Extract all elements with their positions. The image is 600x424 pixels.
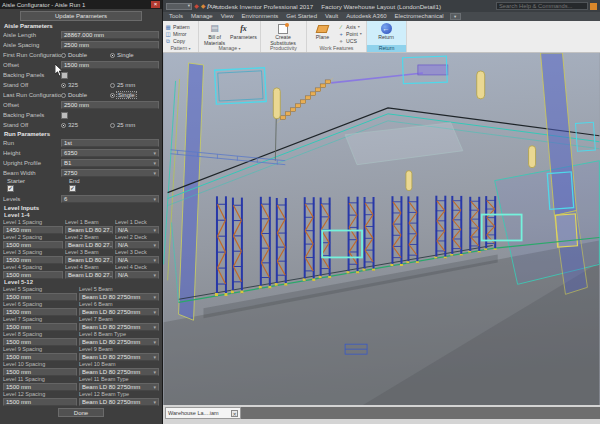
- create-substitutes-button[interactable]: Create Substitutes: [263, 22, 303, 46]
- offset1-field[interactable]: 1500 mm: [61, 61, 159, 69]
- tab-tools[interactable]: Tools: [165, 12, 187, 21]
- level8-spacing-field[interactable]: 1500 mm: [3, 338, 77, 346]
- tab-autodesk-a360[interactable]: Autodesk A360: [342, 12, 390, 21]
- level4-beam-dropdown[interactable]: Beam LD 80 27...: [65, 271, 113, 279]
- level2-beam-dropdown[interactable]: Beam LD 80 27...: [65, 241, 113, 249]
- level1-spacing-field[interactable]: 1450 mm: [3, 226, 63, 234]
- tab-electromechanical[interactable]: Electromechanical: [391, 12, 448, 21]
- aisle-length-field[interactable]: 28867.000 mm: [61, 31, 159, 39]
- copy-button[interactable]: ⧉Copy: [165, 38, 190, 44]
- search-input[interactable]: [496, 2, 588, 10]
- document-tab[interactable]: Warehouse La....iam ✕: [165, 407, 241, 419]
- return-button[interactable]: ← Return: [369, 22, 403, 41]
- mirror-button[interactable]: ◫Mirror: [165, 31, 190, 37]
- plane-button[interactable]: Plane: [309, 22, 336, 41]
- backing-panels1-checkbox[interactable]: [61, 72, 68, 79]
- point-button[interactable]: +Point ▾: [338, 31, 362, 37]
- level1-deck-dropdown[interactable]: N/A: [115, 226, 159, 234]
- double-label: Double: [68, 52, 87, 58]
- level9-beam-dropdown[interactable]: Beam LD 80 2750mm: [79, 353, 159, 361]
- level3-beam-dropdown[interactable]: Beam LD 80 27...: [65, 256, 113, 264]
- work-features-group-label[interactable]: Work Features: [307, 45, 366, 52]
- parameters-button[interactable]: fx Parameters: [230, 22, 257, 41]
- standoff1-325-radio[interactable]: 325: [61, 82, 110, 88]
- level2-deck-dropdown[interactable]: N/A: [115, 241, 159, 249]
- aisle-spacing-field[interactable]: 2500 mm: [61, 41, 159, 49]
- dialog-titlebar[interactable]: Aisle Configurator - Aisle Run 1 ×: [0, 0, 162, 9]
- level12-beam-dropdown[interactable]: Beam LD 80 2750mm: [79, 398, 159, 406]
- standoff2-325-radio[interactable]: 325: [61, 122, 110, 128]
- pattern-group-label[interactable]: Pattern ▾: [163, 45, 198, 52]
- height-dropdown[interactable]: 6350: [61, 149, 159, 157]
- tab-get-started[interactable]: Get Started: [282, 12, 321, 21]
- last-run-config-row: Last Run Configuration Double Single: [0, 90, 162, 100]
- standoff2-25-radio[interactable]: 25 mm: [110, 122, 159, 128]
- productivity-group-label[interactable]: Productivity: [261, 45, 306, 52]
- ucs-button[interactable]: ⌖UCS: [338, 38, 362, 44]
- level8-spacing-label: Level 8 Spacing: [3, 331, 79, 338]
- pattern-icon: ▦: [165, 24, 171, 30]
- axis-button[interactable]: ∕Axis ▾: [338, 24, 362, 30]
- plus-icon[interactable]: +: [214, 2, 218, 10]
- appearance-icon[interactable]: ◆: [194, 2, 199, 10]
- level4-spacing-field[interactable]: 1500 mm: [3, 271, 63, 279]
- level7-beam-dropdown[interactable]: Beam LD 80 2750mm: [79, 323, 159, 331]
- level2-spacing-field[interactable]: 1500 mm: [3, 241, 63, 249]
- tab-environments[interactable]: Environments: [238, 12, 283, 21]
- manage-group-label[interactable]: Manage ▾: [199, 45, 260, 52]
- level4-labels: Level 4 Spacing Level 4 Beam Level 4 Dec…: [0, 264, 162, 271]
- done-button[interactable]: Done: [58, 408, 104, 417]
- level10-beam-dropdown[interactable]: Beam LD 80 2750mm: [79, 368, 159, 376]
- minus-icon[interactable]: –: [220, 2, 223, 10]
- warehouse-model-canvas[interactable]: [163, 53, 600, 405]
- level9-fields: 1500 mm Beam LD 80 2750mm: [0, 353, 162, 361]
- window-titlebar: ◆ ◆ fx + – Autodesk Inventor Professiona…: [163, 0, 600, 12]
- run-field[interactable]: 1st: [61, 139, 159, 147]
- level6-spacing-field[interactable]: 1500 mm: [3, 308, 77, 316]
- plane-icon: [317, 23, 329, 34]
- close-icon[interactable]: ✕: [231, 410, 238, 417]
- tab-vault[interactable]: Vault: [321, 12, 342, 21]
- beam-width-dropdown[interactable]: 2750: [61, 169, 159, 177]
- backing-panels2-checkbox[interactable]: [61, 112, 68, 119]
- level8-beam-dropdown[interactable]: Beam LD 80 2750mm: [79, 338, 159, 346]
- pattern-button[interactable]: ▦Pattern: [165, 24, 190, 30]
- parameters-qat-icon[interactable]: fx: [207, 2, 212, 10]
- level4-deck-dropdown[interactable]: N/A: [115, 271, 159, 279]
- sign-in-icon[interactable]: [590, 3, 597, 10]
- update-parameters-button[interactable]: Update Parameters: [20, 11, 142, 21]
- first-run-double-radio[interactable]: Double: [61, 52, 110, 58]
- aisle-parameters-header: Aisle Parameters: [0, 22, 162, 30]
- offset2-field[interactable]: 2500 mm: [61, 101, 159, 109]
- ribbon-display-toggle[interactable]: ▾: [450, 13, 461, 20]
- end-checkbox[interactable]: [69, 185, 76, 192]
- level1-beam-dropdown[interactable]: Beam LD 80 27...: [65, 226, 113, 234]
- starter-checkbox[interactable]: [7, 185, 14, 192]
- aisle-length-row: Aisle Length 28867.000 mm: [0, 30, 162, 40]
- last-run-double-radio[interactable]: Double: [61, 92, 110, 98]
- upright-profile-dropdown[interactable]: B1: [61, 159, 159, 167]
- close-icon[interactable]: ×: [151, 1, 160, 8]
- level3-spacing-field[interactable]: 1500 mm: [3, 256, 63, 264]
- level5-beam-dropdown[interactable]: Beam LD 80 2750mm: [79, 293, 159, 301]
- model-viewport[interactable]: [163, 53, 600, 405]
- level12-spacing-field[interactable]: 1500 mm: [3, 398, 77, 406]
- level9-spacing-field[interactable]: 1500 mm: [3, 353, 77, 361]
- tab-view[interactable]: View: [217, 12, 238, 21]
- adjust-icon[interactable]: ◆: [201, 2, 206, 10]
- return-group-label[interactable]: Return: [367, 45, 406, 52]
- level5-spacing-field[interactable]: 1500 mm: [3, 293, 77, 301]
- level6-beam-dropdown[interactable]: Beam LD 80 2750mm: [79, 308, 159, 316]
- bill-of-materials-button[interactable]: ▤ Bill of Materials: [201, 22, 228, 46]
- level10-spacing-field[interactable]: 1500 mm: [3, 368, 77, 376]
- levels-dropdown[interactable]: 6: [61, 195, 159, 203]
- level11-spacing-field[interactable]: 1500 mm: [3, 383, 77, 391]
- tab-manage[interactable]: Manage: [187, 12, 217, 21]
- last-run-single-radio[interactable]: Single: [110, 92, 159, 98]
- level11-beam-dropdown[interactable]: Beam LD 80 2750mm: [79, 383, 159, 391]
- standoff1-25-radio[interactable]: 25 mm: [110, 82, 159, 88]
- first-run-single-radio[interactable]: Single: [110, 52, 159, 58]
- material-dropdown[interactable]: [166, 3, 192, 10]
- level7-spacing-field[interactable]: 1500 mm: [3, 323, 77, 331]
- level3-deck-dropdown[interactable]: N/A: [115, 256, 159, 264]
